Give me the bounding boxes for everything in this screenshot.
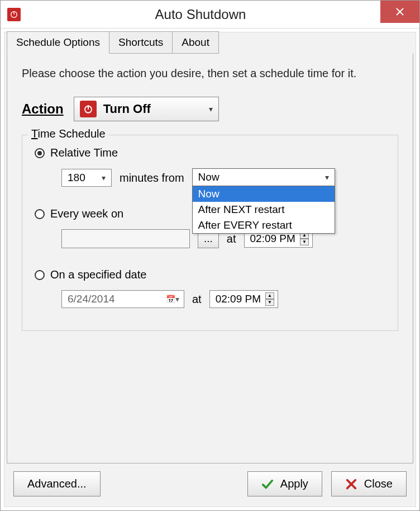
fieldset-legend: Time Schedule <box>28 127 109 140</box>
radio-label: On a specified date <box>50 268 146 281</box>
relative-controls: 180 ▾ minutes from Now ▾ Now A <box>61 168 385 187</box>
close-button-label: Close <box>364 477 393 490</box>
date-picker[interactable]: 6/24/2014 📅▾ <box>61 290 184 308</box>
from-option-now[interactable]: Now <box>193 186 335 202</box>
power-icon <box>80 101 97 117</box>
x-icon <box>345 478 357 490</box>
titlebar: Auto Shutdown <box>1 1 419 29</box>
window-title: Auto Shutdown <box>21 7 380 22</box>
calendar-icon: 📅▾ <box>166 295 179 304</box>
from-option-after-every[interactable]: After EVERY restart <box>193 217 335 233</box>
spacer <box>109 471 238 496</box>
tab-schedule-options[interactable]: Schedule Options <box>7 31 109 54</box>
specific-date-block: On a specified date 6/24/2014 📅▾ at 02:0… <box>35 268 385 308</box>
radio-specified-date[interactable]: On a specified date <box>35 268 385 281</box>
check-icon <box>261 478 274 490</box>
app-icon <box>7 8 21 21</box>
apply-button[interactable]: Apply <box>247 471 322 496</box>
at-label: at <box>192 293 202 306</box>
weekly-time-value: 02:09 PM <box>250 233 295 245</box>
action-dropdown[interactable]: Turn Off ▾ <box>74 97 219 121</box>
at-label: at <box>227 233 236 245</box>
chevron-down-icon: ▾ <box>209 105 213 113</box>
action-row: Action Turn Off ▾ <box>22 97 398 121</box>
client-area: Schedule Options Shortcuts About Please … <box>4 32 416 507</box>
from-dropdown-value: Now <box>198 171 219 183</box>
apply-button-label: Apply <box>280 477 308 490</box>
app-window: Auto Shutdown Schedule Options Shortcuts… <box>0 0 420 511</box>
close-icon <box>396 8 404 16</box>
weekly-day-field[interactable] <box>61 229 190 248</box>
relative-time-block: Relative Time 180 ▾ minutes from Now <box>35 146 385 187</box>
from-option-after-next[interactable]: After NEXT restart <box>193 202 335 217</box>
minutes-value: 180 <box>68 172 85 184</box>
radio-relative-time[interactable]: Relative Time <box>35 146 385 159</box>
tab-panel-schedule: Please choose the action you desire, the… <box>7 54 413 463</box>
spinner-up[interactable]: ▲ <box>265 292 274 299</box>
radio-icon <box>35 209 45 219</box>
spinner-down[interactable]: ▼ <box>265 299 274 306</box>
radio-label: Relative Time <box>50 146 118 159</box>
time-spinner: ▲ ▼ <box>300 232 309 245</box>
specific-time-value: 02:09 PM <box>216 293 261 305</box>
instruction-text: Please choose the action you desire, the… <box>22 67 398 80</box>
chevron-down-icon: ▾ <box>325 173 329 182</box>
action-dropdown-value: Turn Off <box>103 102 202 116</box>
minutes-dropdown[interactable]: 180 ▾ <box>61 169 112 187</box>
advanced-button-label: Advanced... <box>27 477 87 490</box>
time-schedule-fieldset: Time Schedule Relative Time 180 ▾ minute… <box>22 135 398 331</box>
spinner-down[interactable]: ▼ <box>300 239 309 245</box>
specific-controls: 6/24/2014 📅▾ at 02:09 PM ▲ ▼ <box>61 290 385 308</box>
date-value: 6/24/2014 <box>68 293 115 305</box>
from-dropdown[interactable]: Now ▾ <box>193 169 335 186</box>
minutes-from-label: minutes from <box>120 172 184 184</box>
specific-time-field[interactable]: 02:09 PM ▲ ▼ <box>209 290 278 308</box>
window-close-button[interactable] <box>380 1 419 23</box>
action-label: Action <box>22 101 64 117</box>
tab-strip: Schedule Options Shortcuts About <box>7 31 413 54</box>
from-dropdown-open: Now ▾ Now After NEXT restart After EVERY… <box>192 168 335 234</box>
close-button[interactable]: Close <box>331 471 407 496</box>
time-spinner: ▲ ▼ <box>265 292 274 306</box>
from-dropdown-wrapper: Now ▾ Now After NEXT restart After EVERY… <box>192 168 335 187</box>
tab-about[interactable]: About <box>173 31 219 54</box>
chevron-down-icon: ▾ <box>102 173 106 182</box>
radio-icon <box>35 148 45 158</box>
advanced-button[interactable]: Advanced... <box>13 471 101 496</box>
tab-shortcuts[interactable]: Shortcuts <box>109 31 173 54</box>
radio-label: Every week on <box>50 207 123 220</box>
radio-icon <box>35 270 45 280</box>
bottom-bar: Advanced... Apply Close <box>7 463 413 504</box>
